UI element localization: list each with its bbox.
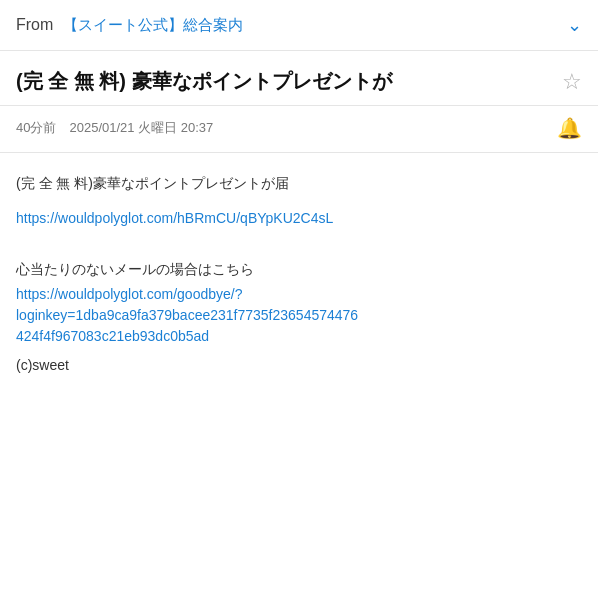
subject-row: (完 全 無 料) 豪華なポイントプレゼントが ☆ xyxy=(0,51,598,106)
sender-name[interactable]: 【スイート公式】総合案内 xyxy=(63,16,559,35)
body-preview: (完 全 無 料)豪華なポイントプレゼントが届 xyxy=(16,173,582,194)
chevron-down-icon[interactable]: ⌄ xyxy=(567,14,582,36)
date-text: 40分前 2025/01/21 火曜日 20:37 xyxy=(16,119,549,137)
bell-icon[interactable]: 🔔 xyxy=(557,116,582,140)
unsubscribe-link[interactable]: https://wouldpolyglot.com/goodbye/?login… xyxy=(16,284,582,347)
from-row: From 【スイート公式】総合案内 ⌄ xyxy=(0,0,598,51)
email-body: (完 全 無 料)豪華なポイントプレゼントが届 https://wouldpol… xyxy=(0,153,598,396)
date-row: 40分前 2025/01/21 火曜日 20:37 🔔 xyxy=(0,106,598,153)
unsubscribe-label: 心当たりのないメールの場合はこちら xyxy=(16,259,582,280)
main-link[interactable]: https://wouldpolyglot.com/hBRmCU/qBYpKU2… xyxy=(16,208,582,229)
email-container: From 【スイート公式】総合案内 ⌄ (完 全 無 料) 豪華なポイントプレゼ… xyxy=(0,0,598,600)
star-icon[interactable]: ☆ xyxy=(562,69,582,95)
subject-text: (完 全 無 料) 豪華なポイントプレゼントが xyxy=(16,67,552,95)
from-label: From xyxy=(16,16,53,34)
copyright-text: (c)sweet xyxy=(16,355,582,376)
